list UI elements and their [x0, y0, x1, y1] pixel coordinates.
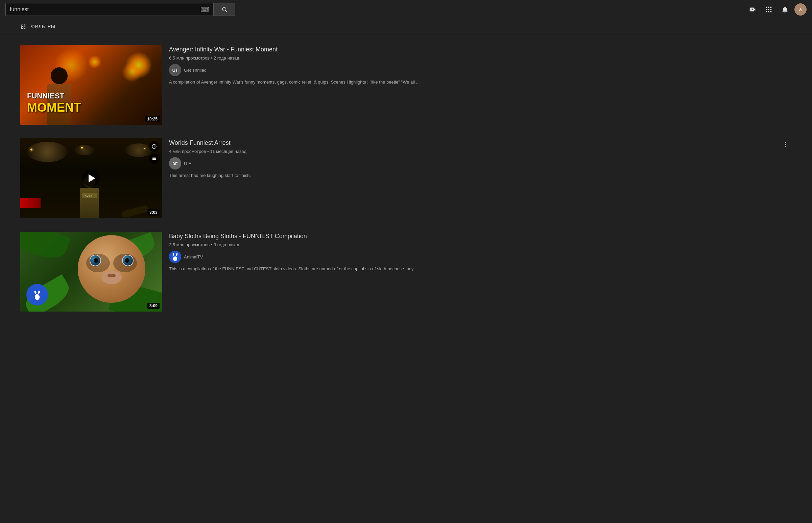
svg-point-22	[34, 291, 37, 294]
more-vert-icon	[782, 141, 789, 148]
more-options-button[interactable]	[779, 138, 792, 150]
result-meta: 6,5 млн просмотров • 2 года назад	[169, 55, 792, 60]
svg-rect-3	[752, 8, 753, 10]
user-avatar-button[interactable]: a	[794, 3, 807, 16]
channel-avatar-icon: GT	[169, 64, 181, 76]
svg-text:GT: GT	[172, 68, 178, 73]
svg-rect-10	[766, 11, 767, 13]
notification-icon	[781, 6, 789, 13]
add-to-playlist-button[interactable]	[149, 153, 159, 164]
svg-point-20	[35, 294, 40, 300]
watch-later-button[interactable]	[149, 141, 159, 152]
clock-icon	[151, 144, 157, 149]
result-info-arrest: Worlds Funniest Arrest 4 млн просмотров …	[169, 138, 792, 218]
result-title[interactable]: Avenger: Infinity War - Funniest Moment	[169, 46, 792, 53]
channel-avatar[interactable]	[169, 251, 181, 263]
channel-name[interactable]: D E	[184, 161, 191, 166]
apps-icon	[765, 6, 772, 13]
svg-rect-7	[766, 9, 767, 10]
svg-rect-12	[770, 11, 772, 13]
video-thumbnail-avengers[interactable]: FUNNIEST MOMENT 10:25	[20, 45, 162, 125]
svg-line-1	[226, 11, 226, 12]
svg-rect-11	[768, 11, 769, 13]
filter-bar: ФИЛЬТРЫ	[0, 19, 812, 34]
keyboard-icon: ⌨	[201, 6, 209, 13]
search-button[interactable]	[214, 3, 235, 16]
svg-text:DE: DE	[172, 162, 177, 166]
svg-point-23	[38, 291, 40, 294]
result-description: A compilation of Avenger Infinity War's …	[169, 79, 433, 86]
table-row: AGENT 3:03	[20, 131, 792, 225]
notifications-button[interactable]	[778, 3, 792, 16]
filter-label: ФИЛЬТРЫ	[31, 24, 55, 29]
svg-point-25	[173, 256, 177, 261]
search-input[interactable]	[10, 6, 198, 13]
search-icon	[222, 6, 227, 13]
video-thumbnail-sloths[interactable]: 3:09	[20, 232, 162, 311]
search-bar: ⌨	[5, 3, 235, 16]
create-video-button[interactable]	[746, 3, 759, 16]
header-actions: a	[746, 3, 807, 16]
result-description: This arrest had me laughing start to fin…	[169, 172, 433, 179]
channel-avatar[interactable]: DE	[169, 157, 181, 169]
svg-point-17	[785, 142, 786, 143]
svg-point-0	[223, 7, 226, 11]
avatar-label: a	[799, 7, 802, 12]
result-info-sloths: Baby Sloths Being Sloths - FUNNIEST Comp…	[169, 232, 792, 311]
video-duration: 3:09	[147, 303, 159, 309]
filter-icon	[20, 23, 27, 30]
result-meta: 4 млн просмотров • 11 месяцев назад	[169, 149, 792, 154]
result-title[interactable]: Baby Sloths Being Sloths - FUNNIEST Comp…	[169, 232, 792, 240]
channel-name[interactable]: Get Thrilled	[184, 68, 207, 73]
svg-rect-5	[768, 7, 769, 8]
header: ⌨	[0, 0, 812, 19]
result-info-avengers: Avenger: Infinity War - Funniest Moment …	[169, 45, 792, 125]
channel-row: AnimalTV	[169, 251, 792, 263]
svg-rect-8	[768, 9, 769, 10]
playlist-icon	[151, 156, 157, 161]
channel-avatar[interactable]: GT	[169, 64, 181, 76]
table-row: FUNNIEST MOMENT 10:25 Avenger: Infinity …	[20, 38, 792, 131]
result-meta: 3,5 млн просмотров • 3 года назад	[169, 242, 792, 247]
search-input-wrapper: ⌨	[5, 3, 214, 16]
channel-name[interactable]: AnimalTV	[184, 254, 203, 259]
create-icon	[749, 6, 756, 13]
results-list: FUNNIEST MOMENT 10:25 Avenger: Infinity …	[0, 36, 812, 321]
animaltv-logo	[31, 289, 43, 301]
channel-avatar-icon: DE	[169, 157, 181, 169]
result-description: This is a compilation of the FUNNIEST an…	[169, 266, 433, 272]
channel-row: DE D E	[169, 157, 792, 169]
play-triangle-icon	[89, 174, 95, 182]
channel-avatar-icon	[169, 251, 181, 263]
play-button[interactable]	[82, 169, 100, 187]
svg-rect-4	[766, 7, 767, 8]
result-title[interactable]: Worlds Funniest Arrest	[169, 139, 792, 147]
svg-point-18	[785, 144, 786, 145]
apps-button[interactable]	[762, 3, 775, 16]
video-duration: 3:03	[147, 210, 159, 216]
svg-point-19	[785, 146, 786, 147]
channel-row: GT Get Thrilled	[169, 64, 792, 76]
svg-rect-6	[770, 7, 772, 8]
video-thumbnail-arrest[interactable]: AGENT 3:03	[20, 138, 162, 218]
video-duration: 10:25	[145, 116, 159, 122]
table-row: 3:09 Baby Sloths Being Sloths - FUNNIEST…	[20, 225, 792, 318]
svg-rect-9	[770, 9, 772, 10]
